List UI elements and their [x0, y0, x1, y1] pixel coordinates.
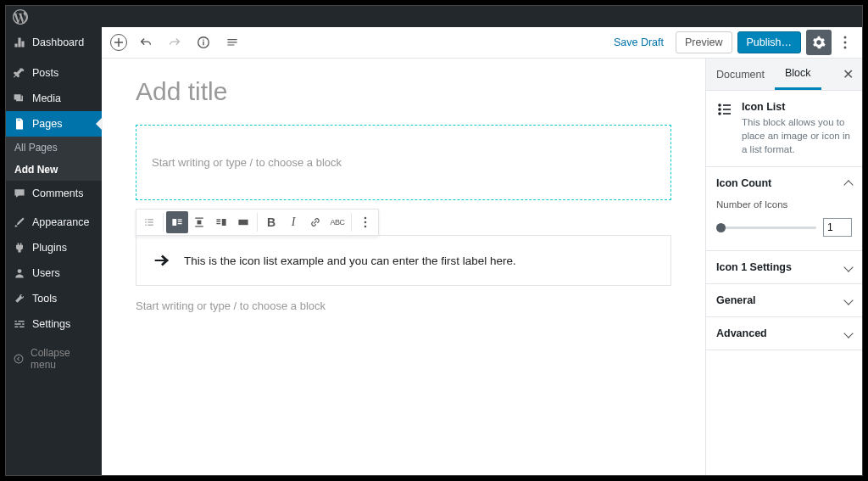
svg-point-3: [844, 36, 847, 39]
sidebar-item-label: Users: [32, 267, 60, 279]
sidebar-item-comments[interactable]: Comments: [6, 181, 102, 206]
editor-canvas: Add title Start writing or type / to cho…: [102, 59, 705, 475]
slider-thumb[interactable]: [716, 223, 726, 232]
sidebar-item-label: Tools: [32, 293, 57, 305]
plug-icon: [13, 241, 26, 254]
redo-button[interactable]: [164, 32, 185, 53]
block-info: Icon List This block allows you to place…: [706, 91, 862, 167]
sidebar-item-label: Appearance: [32, 216, 89, 228]
svg-rect-6: [172, 219, 176, 226]
sidebar-item-label: Media: [32, 92, 61, 104]
post-title-input[interactable]: Add title: [136, 77, 671, 106]
panel-title: Icon Count: [716, 177, 771, 189]
undo-button[interactable]: [136, 32, 156, 53]
block-toolbar: B I ABC: [136, 209, 379, 236]
panel-header-general[interactable]: General: [706, 284, 862, 316]
align-wide-button[interactable]: [232, 211, 254, 233]
preview-button[interactable]: Preview: [676, 31, 732, 53]
collapse-icon: [13, 353, 25, 365]
svg-point-0: [18, 269, 22, 273]
strikethrough-button[interactable]: ABC: [326, 211, 348, 233]
svg-point-12: [364, 226, 367, 228]
svg-point-1: [14, 355, 23, 363]
sidebar-item-label: Posts: [32, 67, 58, 79]
block-placeholder-text: Start writing or type / to choose a bloc…: [152, 156, 655, 169]
panel-title: Advanced: [716, 327, 767, 339]
info-button[interactable]: [193, 32, 214, 53]
icon-count-label: Number of Icons: [716, 199, 852, 210]
more-options-button[interactable]: [837, 36, 854, 49]
sidebar-item-label: Dashboard: [32, 36, 84, 48]
svg-point-10: [364, 217, 367, 220]
link-button[interactable]: [304, 211, 326, 233]
save-draft-button[interactable]: Save Draft: [607, 36, 670, 48]
editor-topbar: Save Draft Preview Publish…: [102, 27, 862, 59]
publish-button[interactable]: Publish…: [737, 31, 802, 53]
add-block-button[interactable]: [110, 34, 127, 51]
svg-point-5: [844, 47, 847, 49]
sidebar-item-posts[interactable]: Posts: [6, 60, 102, 86]
page-icon: [13, 117, 26, 131]
tab-block[interactable]: Block: [775, 59, 821, 90]
sidebar-item-users[interactable]: Users: [6, 260, 102, 286]
sidebar-item-appearance[interactable]: Appearance: [6, 210, 102, 235]
sidebar-item-label: Pages: [32, 118, 62, 130]
align-right-button[interactable]: [210, 211, 232, 233]
sidebar-item-plugins[interactable]: Plugins: [6, 235, 102, 260]
italic-button[interactable]: I: [282, 211, 304, 233]
sliders-icon: [13, 317, 26, 331]
media-icon: [13, 92, 26, 105]
block-editor: Save Draft Preview Publish… Add title St…: [102, 27, 862, 475]
collapse-label: Collapse menu: [31, 347, 95, 371]
wrench-icon: [13, 292, 26, 305]
sidebar-item-media[interactable]: Media: [6, 86, 102, 111]
panel-icon-1-settings: Icon 1 Settings: [706, 251, 862, 284]
collapse-menu-button[interactable]: Collapse menu: [6, 340, 102, 378]
close-inspector-button[interactable]: ✕: [834, 66, 862, 82]
icon-count-input[interactable]: [823, 218, 852, 237]
wordpress-logo-icon[interactable]: [13, 9, 28, 25]
admin-sidebar: Dashboard Posts Media Pages All Pages Ad…: [6, 27, 102, 475]
svg-rect-7: [198, 221, 202, 225]
icon-list-label[interactable]: This is the icon list example and you ca…: [184, 254, 516, 267]
sidebar-subitem-all-pages[interactable]: All Pages: [6, 137, 102, 159]
icon-list-block[interactable]: This is the icon list example and you ca…: [136, 235, 671, 286]
block-more-button[interactable]: [354, 211, 376, 233]
brush-icon: [13, 215, 26, 229]
chevron-down-icon: [843, 296, 853, 305]
settings-button[interactable]: [806, 30, 832, 55]
outline-button[interactable]: [222, 32, 242, 53]
panel-header-icon-count[interactable]: Icon Count: [706, 167, 862, 199]
chevron-up-icon: [843, 181, 853, 190]
svg-point-13: [719, 104, 721, 106]
sidebar-item-dashboard[interactable]: Dashboard: [6, 27, 102, 55]
current-indicator-icon: [96, 117, 103, 131]
align-center-button[interactable]: [188, 211, 210, 233]
sidebar-item-label: Settings: [32, 318, 70, 330]
sidebar-subitem-add-new[interactable]: Add New: [6, 159, 102, 181]
comment-icon: [13, 187, 26, 200]
panel-header-icon-1[interactable]: Icon 1 Settings: [706, 251, 862, 283]
svg-point-14: [719, 109, 721, 110]
panel-title: General: [716, 294, 756, 306]
svg-rect-9: [238, 220, 248, 225]
panel-general: General: [706, 284, 862, 317]
inspector-sidebar: Document Block ✕ Icon List This block al…: [705, 59, 862, 475]
block-type-button[interactable]: [138, 211, 160, 233]
tab-document[interactable]: Document: [706, 60, 775, 89]
user-icon: [13, 266, 26, 280]
icon-count-slider[interactable]: [716, 227, 816, 229]
sidebar-item-settings[interactable]: Settings: [6, 311, 102, 337]
sidebar-item-pages[interactable]: Pages: [6, 111, 102, 137]
svg-point-4: [844, 42, 847, 44]
bold-button[interactable]: B: [260, 211, 282, 233]
pin-icon: [13, 66, 26, 80]
sidebar-item-tools[interactable]: Tools: [6, 286, 102, 311]
sidebar-item-label: Plugins: [32, 242, 67, 254]
panel-header-advanced[interactable]: Advanced: [706, 317, 862, 350]
default-block-appender[interactable]: Start writing or type / to choose a bloc…: [136, 299, 671, 312]
admin-bar: [6, 6, 862, 27]
selected-empty-block[interactable]: Start writing or type / to choose a bloc…: [136, 125, 671, 200]
svg-rect-8: [222, 219, 226, 226]
align-left-button[interactable]: [166, 211, 188, 233]
